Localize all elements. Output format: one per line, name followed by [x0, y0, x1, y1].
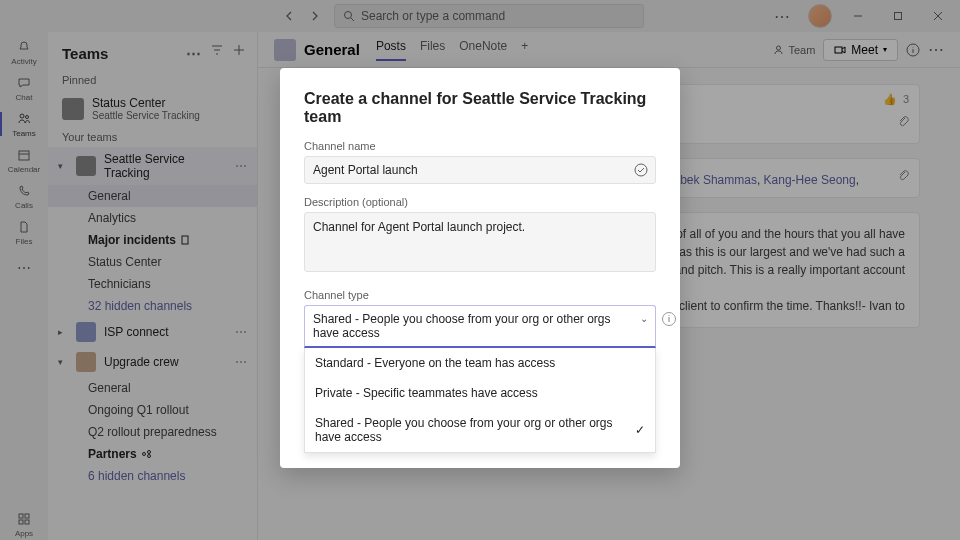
- select-value: Shared - People you choose from your org…: [304, 305, 656, 348]
- dropdown-option-standard[interactable]: Standard - Everyone on the team has acce…: [305, 348, 655, 378]
- dropdown-option-shared[interactable]: Shared - People you choose from your org…: [305, 408, 655, 452]
- modal-overlay[interactable]: Create a channel for Seattle Service Tra…: [0, 0, 960, 540]
- channel-type-select[interactable]: Shared - People you choose from your org…: [304, 305, 656, 348]
- channel-type-label: Channel type: [304, 289, 656, 301]
- chevron-down-icon: ⌄: [640, 313, 648, 324]
- info-icon[interactable]: i: [662, 312, 676, 326]
- description-input[interactable]: [304, 212, 656, 272]
- check-circle-icon: [634, 163, 648, 177]
- create-channel-modal: Create a channel for Seattle Service Tra…: [280, 68, 680, 468]
- channel-name-input[interactable]: [304, 156, 656, 184]
- channel-name-label: Channel name: [304, 140, 656, 152]
- dropdown-option-private[interactable]: Private - Specific teammates have access: [305, 378, 655, 408]
- modal-title: Create a channel for Seattle Service Tra…: [304, 90, 656, 126]
- description-label: Description (optional): [304, 196, 656, 208]
- channel-type-dropdown: Standard - Everyone on the team has acce…: [304, 348, 656, 453]
- check-icon: ✓: [635, 423, 645, 437]
- svg-point-16: [635, 164, 647, 176]
